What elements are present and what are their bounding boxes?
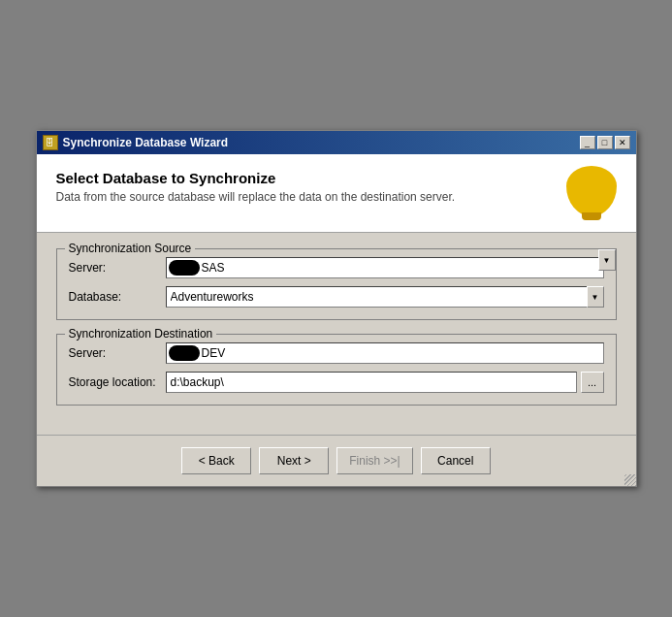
finish-button[interactable]: Finish >>| xyxy=(336,447,412,474)
source-database-wrapper[interactable]: Adventureworks master model msdb ▼ xyxy=(166,286,604,308)
wizard-icon xyxy=(566,166,617,216)
close-button[interactable]: ✕ xyxy=(615,136,630,149)
back-button[interactable]: < Back xyxy=(181,447,251,474)
footer: < Back Next > Finish >>| Cancel xyxy=(37,435,636,486)
dest-server-value: DEV xyxy=(202,346,226,360)
titlebar: 🗄 Synchronize Database Wizard _ □ ✕ xyxy=(37,131,636,154)
source-server-control: SAS ▼ xyxy=(166,257,604,278)
page-subtitle: Data from the source database will repla… xyxy=(56,190,456,204)
sync-destination-section: Synchronization Destination Server: DEV … xyxy=(56,334,617,406)
dest-server-redacted xyxy=(169,345,200,361)
resize-grip xyxy=(624,474,636,486)
sync-source-section: Synchronization Source Server: SAS ▼ Dat… xyxy=(56,248,617,320)
titlebar-left: 🗄 Synchronize Database Wizard xyxy=(43,135,229,150)
app-icon: 🗄 xyxy=(43,135,58,150)
sync-destination-legend: Synchronization Destination xyxy=(65,327,217,341)
dest-server-row: Server: DEV xyxy=(69,342,604,364)
next-button[interactable]: Next > xyxy=(259,447,329,474)
minimize-button[interactable]: _ xyxy=(580,136,595,149)
source-server-value: SAS xyxy=(202,261,225,275)
dest-storage-control: ... xyxy=(166,372,604,393)
dest-server-field: DEV xyxy=(166,342,604,364)
header-text: Select Database to Synchronize Data from… xyxy=(56,170,456,204)
dest-storage-row: Storage location: ... xyxy=(69,372,604,393)
window-title: Synchronize Database Wizard xyxy=(63,136,229,149)
content-area: Synchronization Source Server: SAS ▼ Dat… xyxy=(37,233,636,435)
dest-server-label: Server: xyxy=(69,346,166,360)
wizard-window: 🗄 Synchronize Database Wizard _ □ ✕ Sele… xyxy=(36,130,637,487)
source-database-label: Database: xyxy=(69,290,166,304)
source-server-field: SAS xyxy=(166,257,604,278)
source-server-row: Server: SAS ▼ xyxy=(69,257,604,278)
source-server-label: Server: xyxy=(69,261,166,275)
sync-source-legend: Synchronization Source xyxy=(65,242,196,255)
dest-storage-input[interactable] xyxy=(166,372,577,393)
header-area: Select Database to Synchronize Data from… xyxy=(37,154,636,233)
page-title: Select Database to Synchronize xyxy=(56,170,456,186)
browse-button[interactable]: ... xyxy=(581,372,604,393)
dest-server-control: DEV xyxy=(166,342,604,364)
source-database-row: Database: Adventureworks master model ms… xyxy=(69,286,604,308)
dest-storage-label: Storage location: xyxy=(69,375,166,389)
source-database-select[interactable]: Adventureworks master model msdb xyxy=(166,286,604,308)
cancel-button[interactable]: Cancel xyxy=(421,447,491,474)
maximize-button[interactable]: □ xyxy=(597,136,613,149)
source-server-redacted xyxy=(169,260,200,276)
titlebar-buttons: _ □ ✕ xyxy=(580,136,630,149)
